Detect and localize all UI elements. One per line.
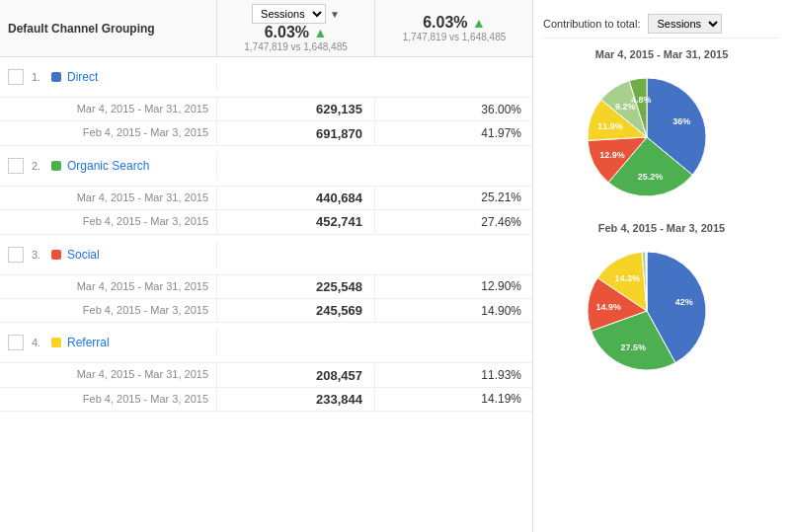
sessions-value: 440,684 — [217, 187, 375, 209]
channel-name[interactable]: Direct — [67, 70, 98, 84]
svg-text:14.3%: 14.3% — [614, 273, 640, 283]
date-label: Feb 4, 2015 - Mar 3, 2015 — [0, 210, 217, 233]
sessions-dropdown[interactable]: Sessions — [252, 4, 326, 24]
data-row: Feb 4, 2015 - Mar 3, 2015 452,741 27.46% — [0, 210, 532, 234]
pct-value: 25.21% — [375, 187, 533, 208]
col-label-text: Default Channel Grouping — [8, 22, 155, 36]
data-row: Mar 4, 2015 - Mar 31, 2015 208,457 11.93… — [0, 363, 532, 387]
data-row: Feb 4, 2015 - Mar 3, 2015 691,870 41.97% — [0, 121, 532, 145]
sort-arrow-icon: ▼ — [330, 9, 340, 20]
chart1-container: 36%25.2%12.9%11.9%9.2%4.8% — [543, 66, 780, 214]
checkbox-Organic Search[interactable] — [8, 158, 24, 174]
contribution-header: Contribution to total: Sessions — [543, 10, 780, 38]
checkbox-Referral[interactable] — [8, 335, 24, 350]
row-num: 1. — [32, 71, 45, 83]
group-header-organic-search: 2. Organic Search — [0, 146, 532, 187]
channel-name[interactable]: Social — [67, 248, 100, 262]
row-num: 2. — [32, 160, 45, 172]
comparison-text: 1,747,819 vs 1,648,485 — [244, 41, 348, 52]
group-header-referral: 4. Referral — [0, 323, 532, 363]
pct-value: 41.97% — [375, 122, 533, 144]
checkbox-Direct[interactable] — [8, 69, 24, 85]
pct-value: 36.00% — [375, 99, 533, 120]
svg-text:11.9%: 11.9% — [597, 121, 623, 131]
date-label: Mar 4, 2015 - Mar 31, 2015 — [0, 363, 217, 386]
data-table: Default Channel Grouping Sessions ▼ 6.03… — [0, 0, 533, 532]
sessions-value-header: 6.03% ▲ 1,747,819 vs 1,648,485 — [375, 0, 533, 56]
chart2-title: Feb 4, 2015 - Mar 3, 2015 — [543, 222, 780, 234]
color-dot — [51, 161, 61, 171]
checkbox-Social[interactable] — [8, 247, 24, 263]
channel-name[interactable]: Referral — [67, 336, 110, 349]
color-dot — [51, 338, 61, 347]
pct-value: 14.90% — [375, 300, 533, 322]
channel-name[interactable]: Organic Search — [67, 159, 149, 173]
chart1-title: Mar 4, 2015 - Mar 31, 2015 — [543, 48, 780, 60]
svg-text:14.9%: 14.9% — [596, 302, 622, 312]
group-header-direct: 1. Direct — [0, 57, 532, 98]
arrow-up-icon: ▲ — [313, 25, 327, 40]
pct-value: 14.19% — [375, 388, 533, 410]
data-row: Mar 4, 2015 - Mar 31, 2015 440,684 25.21… — [0, 187, 532, 210]
date-label: Mar 4, 2015 - Mar 31, 2015 — [0, 187, 217, 209]
channel-rows: 1. Direct Mar 4, 2015 - Mar 31, 2015 629… — [0, 57, 532, 412]
color-dot — [51, 72, 61, 82]
row-num: 4. — [32, 337, 45, 348]
svg-text:36%: 36% — [672, 116, 690, 126]
svg-text:4.8%: 4.8% — [631, 95, 652, 105]
col-label-header: Default Channel Grouping — [0, 0, 217, 56]
sessions-value: 233,844 — [217, 388, 375, 411]
svg-text:12.9%: 12.9% — [599, 150, 625, 160]
sessions-value: 691,870 — [217, 122, 375, 145]
contribution-label: Contribution to total: — [543, 18, 640, 30]
chart2-container: 42%27.5%14.9%14.3% — [543, 240, 780, 388]
pct-change-value2: 6.03% ▲ — [423, 14, 486, 32]
group-header-social: 3. Social — [0, 235, 532, 275]
date-label: Feb 4, 2015 - Mar 3, 2015 — [0, 388, 217, 411]
svg-text:42%: 42% — [675, 297, 693, 307]
pie-chart-2: 42%27.5%14.9%14.3% — [573, 240, 750, 388]
contribution-dropdown[interactable]: Sessions — [648, 14, 722, 34]
sessions-value: 452,741 — [217, 210, 375, 233]
date-label: Mar 4, 2015 - Mar 31, 2015 — [0, 275, 217, 298]
data-row: Feb 4, 2015 - Mar 3, 2015 245,569 14.90% — [0, 299, 532, 323]
svg-text:25.2%: 25.2% — [638, 172, 664, 182]
data-row: Mar 4, 2015 - Mar 31, 2015 225,548 12.90… — [0, 275, 532, 299]
data-row: Feb 4, 2015 - Mar 3, 2015 233,844 14.19% — [0, 388, 532, 412]
svg-text:27.5%: 27.5% — [620, 342, 646, 352]
sessions-value: 225,548 — [217, 275, 375, 298]
pct-value: 27.46% — [375, 211, 533, 233]
date-label: Mar 4, 2015 - Mar 31, 2015 — [0, 98, 217, 120]
row-num: 3. — [32, 249, 45, 261]
sessions-value: 629,135 — [217, 98, 375, 120]
sessions-header: Sessions ▼ 6.03% ▲ 1,747,819 vs 1,648,48… — [217, 0, 375, 56]
date-label: Feb 4, 2015 - Mar 3, 2015 — [0, 299, 217, 322]
pct-value: 12.90% — [375, 275, 533, 297]
data-row: Mar 4, 2015 - Mar 31, 2015 629,135 36.00… — [0, 98, 532, 121]
sessions-value: 245,569 — [217, 299, 375, 322]
sessions-value: 208,457 — [217, 364, 375, 387]
date-label: Feb 4, 2015 - Mar 3, 2015 — [0, 121, 217, 144]
arrow-up-icon2: ▲ — [472, 15, 486, 31]
comparison-text2: 1,747,819 vs 1,648,485 — [403, 32, 507, 42]
color-dot — [51, 250, 61, 260]
pct-change-value: 6.03% ▲ — [265, 24, 328, 41]
right-panel: Contribution to total: Sessions Mar 4, 2… — [533, 0, 790, 532]
pie-chart-1: 36%25.2%12.9%11.9%9.2%4.8% — [573, 66, 750, 214]
pct-value: 11.93% — [375, 364, 533, 386]
